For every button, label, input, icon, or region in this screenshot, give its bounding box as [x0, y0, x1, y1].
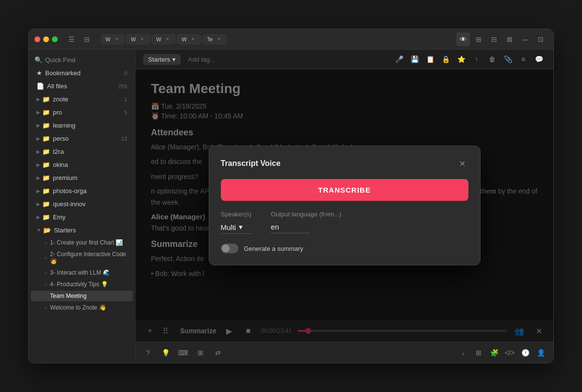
sidebar-folder-photos-orga[interactable]: ▶ 📁 photos-orga: [31, 185, 133, 197]
folder-pro-label: pro: [53, 109, 62, 116]
chevron-right-icon: ▶: [36, 214, 40, 220]
folder-icon: 📁: [42, 96, 50, 103]
tab-3[interactable]: W ×: [151, 34, 176, 45]
copy-icon[interactable]: 📋: [423, 52, 437, 66]
speakers-option: Speaker(s) Multi ▾: [221, 211, 252, 234]
list-icon[interactable]: ≡: [516, 52, 530, 66]
clock-icon[interactable]: 🕐: [518, 346, 532, 359]
sidebar-folder-premium[interactable]: ▶ 📁 premium: [31, 172, 133, 184]
panel2-icon[interactable]: ⊞: [472, 346, 485, 359]
minimize-button[interactable]: [43, 36, 49, 42]
plugin-icon[interactable]: 🧩: [487, 346, 501, 359]
folder-icon: 📁: [42, 109, 50, 116]
folder-icon: 📁: [42, 213, 50, 221]
modal-options: Speaker(s) Multi ▾ Output language (fr/e…: [221, 211, 468, 234]
modal-title: Transcript Voice: [221, 159, 281, 168]
chevron-right-icon: ▶: [36, 175, 40, 180]
lock-icon[interactable]: 🔒: [439, 52, 452, 66]
sidebar-sub-item-llm[interactable]: ○ 3- Interact with LLM 🌊: [31, 267, 133, 278]
folder-t2ra-label: t2ra: [53, 148, 64, 155]
tab-close-1[interactable]: ×: [113, 36, 120, 43]
modal-overlay[interactable]: Transcript Voice ✕ TRANSCRIBE Speaker(s)…: [135, 69, 553, 342]
folder-starters-label: Starters: [54, 227, 76, 234]
add-tag-button[interactable]: Add tag...: [184, 54, 219, 65]
tab-5[interactable]: Te ×: [202, 34, 228, 45]
sidebar-folder-t2ra[interactable]: ▶ 📁 t2ra: [31, 146, 133, 158]
sidebar-sub-item-code[interactable]: ○ 2- Configure Interactive Code 🧑: [31, 249, 133, 266]
grid2-icon[interactable]: ⊞: [194, 346, 207, 359]
settings-icon[interactable]: ⇄: [211, 346, 225, 359]
tab-2[interactable]: W ×: [126, 34, 150, 45]
chevron-down-icon: ▼: [36, 228, 41, 233]
sidebar-folder-perso[interactable]: ▶ 📁 perso 13: [31, 132, 133, 145]
folder-icon: 📁: [42, 122, 50, 129]
split-icon[interactable]: ⊟: [487, 33, 501, 46]
toggle-knob: [222, 245, 230, 252]
speakers-select[interactable]: Multi ▾: [221, 221, 252, 234]
tab-close-2[interactable]: ×: [139, 36, 146, 43]
transcript-voice-modal: Transcript Voice ✕ TRANSCRIBE Speaker(s)…: [209, 146, 481, 265]
title-bar-right: 👁 ⊞ ⊟ ⊠ — ⊡: [456, 33, 548, 46]
content-wrapper: Team Meeting 📅 Tue. 2/18/2025 ⏰ Time: 10…: [135, 69, 553, 342]
tab-close-5[interactable]: ×: [216, 36, 222, 43]
sidebar-folder-starters[interactable]: ▼ 📂 Starters: [31, 224, 133, 236]
folder-perso-label: perso: [53, 135, 69, 142]
comment-icon[interactable]: 💬: [532, 52, 546, 66]
bulb-icon[interactable]: 💡: [159, 346, 172, 359]
output-lang-input[interactable]: [271, 221, 310, 233]
bullet-icon: ○: [44, 240, 47, 245]
chevron-down-icon: ▾: [172, 56, 176, 63]
tab-1[interactable]: W ×: [100, 34, 125, 45]
tab-close-3[interactable]: ×: [164, 36, 171, 43]
tabs-area: W × W × W × W × Te ×: [100, 34, 452, 45]
delete-icon[interactable]: 🗑: [485, 52, 499, 66]
all-files-label: All files: [47, 82, 67, 90]
download-icon[interactable]: ↓: [456, 346, 470, 359]
share-icon[interactable]: ↑: [470, 52, 483, 66]
sidebar-folder-znote[interactable]: ▶ 📁 znote 1: [31, 93, 133, 105]
sidebar-sub-item-team-meeting[interactable]: ○ Team Meeting: [31, 291, 133, 301]
sidebar-item-bookmarked[interactable]: ★ Bookmarked 0: [31, 67, 133, 79]
sidebar-folder-pro[interactable]: ▶ 📁 pro 5: [31, 106, 133, 118]
star-icon[interactable]: ⭐: [454, 52, 468, 66]
quick-find[interactable]: 🔍 Quick Find: [29, 53, 135, 66]
close-button[interactable]: [34, 36, 40, 42]
save-icon[interactable]: 💾: [408, 52, 421, 66]
panel-icon[interactable]: ⊠: [503, 33, 516, 46]
sidebar-sub-item-tips[interactable]: ○ 4- Productivity Tips 💡: [31, 279, 133, 290]
attach-icon[interactable]: 📎: [501, 52, 515, 66]
layout-icon[interactable]: ⊟: [81, 33, 93, 45]
sidebar-folder-okina[interactable]: ▶ 📁 okina: [31, 159, 133, 171]
tab-4[interactable]: W ×: [177, 34, 201, 45]
folder-photos-orga-label: photos-orga: [53, 187, 86, 195]
user-avatar[interactable]: 👤: [534, 346, 548, 359]
help-icon[interactable]: ?: [141, 346, 155, 359]
sidebar-folder-quest-innov[interactable]: ▶ 📁 quest-innov: [31, 198, 133, 210]
title-bar: ☰ ⊟ W × W × W × W × Te ×: [29, 29, 553, 49]
breadcrumb-button[interactable]: Starters ▾: [143, 54, 181, 65]
sidebar-sub-item-chart[interactable]: ○ 1- Create your first Chart 📊: [31, 237, 133, 248]
chevron-right-icon: ▶: [36, 188, 40, 194]
code-icon[interactable]: </>: [503, 346, 516, 359]
keyboard-icon[interactable]: ⌨: [176, 346, 190, 359]
sidebar-folder-emy[interactable]: ▶ 📁 Emy: [31, 211, 133, 223]
folder-icon: 📁: [42, 174, 50, 181]
fullscreen-icon[interactable]: ⊡: [534, 33, 548, 46]
app-window: ☰ ⊟ W × W × W × W × Te ×: [28, 29, 554, 363]
transcribe-button[interactable]: TRANSCRIBE: [221, 179, 468, 201]
sidebar-item-all-files[interactable]: 📄 All files 259: [31, 80, 133, 92]
generate-summary-toggle[interactable]: [221, 244, 238, 253]
sidebar-sub-item-welcome[interactable]: ○ Welcome to Znote 👋: [31, 302, 133, 313]
sidebar-folder-learning[interactable]: ▶ 📁 learning: [31, 119, 133, 131]
maximize-button[interactable]: [52, 36, 58, 42]
folder-icon: 📁: [42, 148, 50, 155]
minus-icon[interactable]: —: [518, 33, 532, 46]
eye-icon[interactable]: 👁: [456, 33, 470, 46]
microphone-icon[interactable]: 🎤: [392, 52, 406, 66]
grid-icon[interactable]: ⊞: [472, 33, 485, 46]
tab-close-4[interactable]: ×: [190, 36, 197, 43]
modal-close-button[interactable]: ✕: [457, 158, 468, 169]
sidebar-toggle-icon[interactable]: ☰: [66, 33, 77, 45]
toolbar-right: 🎤 💾 📋 🔒 ⭐ ↑ 🗑 📎 ≡ 💬: [392, 52, 546, 66]
search-icon: 🔍: [34, 56, 42, 64]
